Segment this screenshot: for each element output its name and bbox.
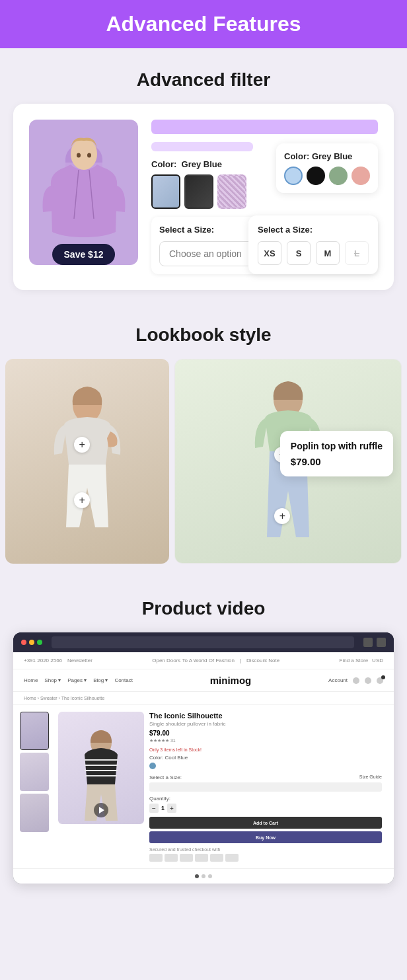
add-to-cart-btn[interactable]: Add to Cart [149, 817, 382, 829]
payment-google [225, 854, 239, 862]
thumb-1[interactable] [20, 712, 49, 750]
circle-pink[interactable] [352, 167, 370, 185]
size-m[interactable]: M [316, 241, 340, 265]
size-label-mini: Select a Size: Size Guide [149, 774, 382, 780]
page-header: Advanced Features [0, 0, 407, 48]
plus-dot-1[interactable]: + [74, 437, 90, 453]
color-label-mini: Color: Cool Blue [149, 755, 382, 761]
dot-2[interactable] [202, 874, 205, 878]
size-buttons-overlay: Select a Size: XS S M L [248, 215, 378, 274]
qty-label: Quantity: [149, 796, 382, 802]
site-nav-main: Home Shop ▾ Pages ▾ Blog ▾ Contact minim… [13, 669, 394, 692]
browser-icon-share [363, 638, 373, 647]
color-circles [284, 167, 370, 185]
product-popup: Poplin top with ruffle $79.00 [280, 431, 393, 476]
lookbook-title: Lookbook style [0, 324, 407, 346]
hoodie-svg [38, 126, 130, 258]
product-main-img [58, 712, 144, 824]
product-main-image [29, 120, 138, 265]
thumb-3[interactable] [20, 794, 49, 832]
browser-icon-more [377, 638, 386, 647]
product-info-panel: The Iconic Silhouette Single shoulder pu… [144, 712, 387, 862]
qty-value: 1 [161, 805, 165, 811]
dot-yellow [29, 640, 34, 645]
browser-bar [13, 632, 394, 652]
thumb-2[interactable] [20, 753, 49, 791]
image-dots [13, 868, 394, 884]
browser-url [52, 636, 354, 648]
payment-apple [210, 854, 223, 862]
browser-icons [363, 638, 386, 647]
lookbook-card-main[interactable]: + + Poplin top with ruffle $79.00 [174, 359, 402, 564]
size-s[interactable]: S [287, 241, 311, 265]
swatch-plaid[interactable] [217, 174, 246, 209]
product-price: $79.00 [149, 730, 382, 737]
payment-paypal [195, 854, 208, 862]
website-content: +391 2020 2566 Newsletter Open Doors To … [13, 652, 394, 884]
dot-3[interactable] [208, 874, 212, 878]
product-desc: Single shoulder pullover in fabric [149, 721, 382, 727]
product-video-section: Product video +391 2020 2566 Newsletter [0, 598, 407, 903]
lookbook-card-left[interactable]: + + [5, 359, 169, 564]
qty-plus[interactable]: + [167, 804, 176, 813]
swatch-dark[interactable] [184, 174, 213, 209]
page-title: Advanced Features [13, 12, 394, 36]
size-buttons: XS S M L [258, 241, 369, 265]
product-thumbnails [20, 712, 53, 862]
payment-amex [180, 854, 193, 862]
subtitle-placeholder [151, 142, 253, 151]
size-xs[interactable]: XS [258, 241, 281, 265]
filter-card: Save $12 Color: Grey Blue [13, 104, 394, 290]
qty-minus[interactable]: − [149, 804, 159, 813]
site-nav: +391 2020 2566 Newsletter Open Doors To … [13, 652, 394, 669]
video-mockup: +391 2020 2566 Newsletter Open Doors To … [13, 632, 394, 884]
qty-row: − 1 + [149, 804, 382, 813]
dot-1[interactable] [195, 874, 199, 878]
site-product-area: The Iconic Silhouette Single shoulder pu… [13, 705, 394, 868]
browser-dots [21, 640, 42, 645]
lookbook-img-left [5, 359, 169, 564]
title-placeholder [151, 120, 378, 134]
play-triangle [99, 807, 104, 813]
popup-product-name: Poplin top with ruffle [291, 440, 383, 452]
color-dot [149, 763, 156, 769]
payment-icons [149, 854, 382, 862]
dot-red [21, 640, 26, 645]
model-left-svg [21, 369, 153, 554]
size-label: Select a Size: [159, 225, 214, 235]
payment-visa [149, 854, 163, 862]
circle-black[interactable] [307, 167, 325, 185]
payment-mc [165, 854, 178, 862]
lookbook-cards: + + + + [0, 359, 407, 564]
save-badge: Save $12 [52, 244, 116, 265]
product-reviews: ★★★★★ 31 [149, 738, 382, 743]
site-logo: minimog [210, 675, 252, 686]
product-image-container: Save $12 [29, 120, 138, 274]
size-l: L [345, 241, 369, 265]
circle-green[interactable] [329, 167, 348, 185]
svg-point-3 [71, 138, 97, 170]
svg-point-5 [87, 153, 91, 158]
product-name: The Iconic Silhouette [149, 712, 382, 720]
size-dropdown-mini[interactable] [149, 782, 382, 792]
dot-green [37, 640, 42, 645]
play-button[interactable] [94, 803, 108, 817]
stock-label: Only 3 items left in Stock! [149, 747, 382, 752]
popup-price: $79.00 [291, 456, 383, 467]
swatch-blue[interactable] [151, 174, 180, 209]
color-circles-overlay: Color: Grey Blue [276, 143, 378, 193]
circle-blue[interactable] [284, 167, 303, 185]
product-video-title: Product video [13, 598, 394, 619]
size-buttons-label: Select a Size: [258, 225, 369, 235]
plus-dot-2[interactable]: + [74, 492, 90, 508]
svg-point-4 [77, 153, 81, 158]
advanced-filter-title: Advanced filter [13, 69, 394, 91]
buy-now-btn[interactable]: Buy Now [149, 831, 382, 843]
lookbook-section: Lookbook style + [0, 324, 407, 577]
advanced-filter-section: Advanced filter [0, 69, 407, 303]
secure-text: Secured and trusted checkout with [149, 847, 382, 852]
